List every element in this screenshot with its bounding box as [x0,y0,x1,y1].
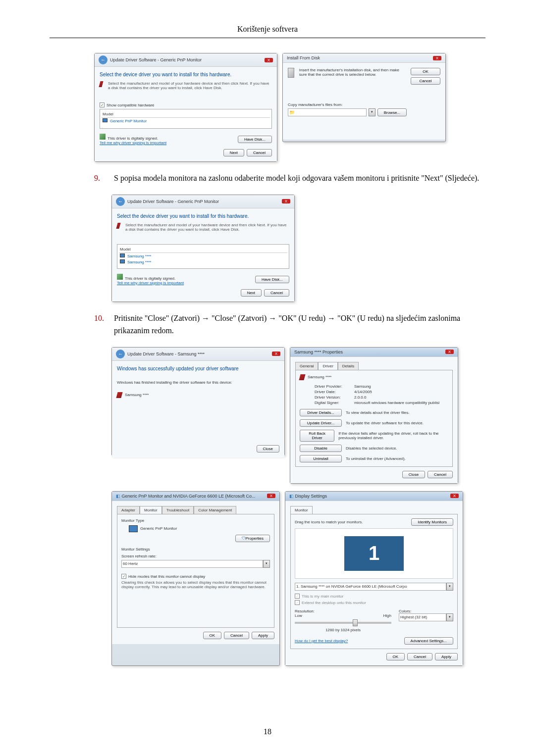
compatible-checkbox[interactable]: ✓Show compatible hardware [100,102,272,107]
samsung-properties-dialog: Samsung **** Properties X General Driver… [290,347,458,484]
monitor-icon [120,259,125,263]
tab-content: Drag the icons to match your monitors. I… [290,514,458,649]
cancel-button[interactable]: Cancel [247,149,272,156]
cancel-button[interactable]: Cancel [428,471,453,478]
screenshot-row-4: ◧ Generic PnP Monitor and NVIDIA GeForce… [111,491,485,666]
tab-general[interactable]: General [295,362,318,370]
path-input[interactable]: 📁 [288,108,367,116]
dropdown-arrow-icon[interactable]: ▾ [263,560,270,568]
dialog-body: Select the device driver you want to ins… [112,208,294,302]
resolution-slider[interactable] [295,622,391,624]
identify-monitors-button[interactable]: Identify Monitors [411,518,453,526]
screenshot-row-1: ←Update Driver Software - Generic PnP Mo… [94,53,485,162]
cancel-button[interactable]: Cancel [407,653,432,660]
tab-adapter[interactable]: Adapter [117,506,140,514]
button-row: Next Cancel [117,285,289,297]
close-icon[interactable]: X [445,350,454,354]
update-driver-button[interactable]: Update Driver... [300,419,342,427]
field-date: Driver Date:4/14/2005 [315,390,448,394]
arrow-left-icon: ← [99,55,107,64]
slider-thumb-icon[interactable] [353,619,358,626]
cancel-button[interactable]: Cancel [224,632,249,639]
have-disk-button[interactable]: Have Disk... [238,136,272,143]
cancel-button[interactable]: Cancel [411,77,440,85]
instruction: Select the manufacturer and model of you… [108,81,272,90]
dialog-heading: Select the device driver you want to ins… [100,72,272,77]
model-list[interactable]: Model Samsung **** Samsung **** [117,244,289,269]
extend-desktop-checkbox: ✓Extend the desktop onto this monitor [295,600,453,605]
titlebar: ◧ Generic PnP Monitor and NVIDIA GeForce… [112,492,279,501]
have-disk-button[interactable]: Have Disk... [255,276,289,283]
list-item[interactable]: Samsung **** [119,259,287,265]
advanced-settings-button[interactable]: Advanced Settings... [404,637,453,645]
tab-monitor[interactable]: Monitor [140,506,162,514]
instruction: Select the manufacturer and model of you… [125,223,289,232]
monitor-preview[interactable]: 1 [295,528,453,579]
model-list[interactable]: Model Generic PnP Monitor [100,109,272,129]
browse-button[interactable]: Browse... [377,108,407,116]
list-item[interactable]: Samsung **** [119,253,287,259]
ok-button[interactable]: OK [203,632,222,639]
update-driver-dialog-2: ←Update Driver Software - Generic PnP Mo… [111,195,295,302]
dialog-body: Insert the manufacturer's installation d… [283,63,445,140]
rollback-button[interactable]: Roll Back Driver [300,430,334,442]
disable-button[interactable]: Disable [300,445,342,452]
button-row: Close Cancel [295,467,453,478]
tab-monitor[interactable]: Monitor [290,506,313,514]
apply-button[interactable]: Apply [252,632,274,639]
monitor-type-label: Monitor Type [121,518,270,523]
close-button[interactable]: Close [257,445,279,453]
hide-modes-checkbox[interactable]: ✓Hide modes that this monitor cannot dis… [121,574,270,579]
back-button[interactable]: ←Update Driver Software - Samsung **** [116,350,205,358]
refresh-select[interactable]: 60 Hertz [121,560,263,568]
cancel-button[interactable]: Cancel [264,289,289,297]
dialog-body: Select the device driver you want to ins… [95,67,277,161]
close-icon[interactable]: X [450,494,459,498]
colors-select[interactable]: Highest (32 bit) [399,613,446,621]
back-button[interactable]: ←Update Driver Software - Generic PnP Mo… [99,55,202,64]
close-icon[interactable]: X [282,199,290,203]
next-button[interactable]: Next [241,289,262,297]
close-icon[interactable]: X [265,58,273,62]
update-driver-dialog-1: ←Update Driver Software - Generic PnP Mo… [94,53,277,162]
monitor-select[interactable]: 1. Samsung **** on NVIDIA GeForce 6600 L… [295,583,446,591]
step-text: Pritisnite "Close" (Zatvori) → "Close" (… [114,312,485,337]
titlebar: Install From Disk X [283,53,445,63]
close-icon[interactable]: X [272,352,280,356]
title: Samsung **** Properties [294,350,343,354]
dropdown-arrow-icon[interactable]: ▾ [446,583,453,591]
signing-link[interactable]: Tell me why driver signing is important [100,141,166,145]
monitor-name: Generic PnP Monitor [140,526,177,531]
close-button[interactable]: Close [402,471,425,478]
properties-button[interactable]: 🛡Properties [235,535,270,542]
field-signer: Digital Signer:microsoft windows hardwar… [315,401,448,405]
ok-button[interactable]: OK [386,653,405,660]
tab-color[interactable]: Color Management [194,506,236,514]
back-button[interactable]: ←Update Driver Software - Generic PnP Mo… [116,197,219,206]
dropdown-arrow-icon[interactable]: ▾ [369,108,375,116]
tab-driver[interactable]: Driver [318,362,337,370]
page-header: Korištenje softvera [50,25,485,38]
tab-details[interactable]: Details [338,362,359,370]
instruction: Insert the manufacturer's installation d… [299,68,407,78]
checkbox-icon: ✓ [295,600,300,605]
best-display-link[interactable]: How do I get the best display? [295,639,348,643]
tabs: Adapter Monitor Troubleshoot Color Manag… [117,506,274,514]
device-icon [116,392,122,398]
window-icon: ◧ [289,494,294,499]
signing-link[interactable]: Tell me why driver signing is important [117,281,184,285]
titlebar: ◧ Display Settings X [285,492,463,501]
driver-details-button[interactable]: Driver Details... [300,409,342,416]
list-item[interactable]: Generic PnP Monitor [102,118,270,124]
next-button[interactable]: Next [223,149,244,156]
column-header: Model [102,111,270,118]
uninstall-button[interactable]: Uninstall [300,455,342,462]
dropdown-arrow-icon[interactable]: ▾ [446,613,453,621]
close-icon[interactable]: X [433,56,441,60]
monitor-display-1[interactable]: 1 [344,536,404,571]
tab-troubleshoot[interactable]: Troubleshoot [162,506,194,514]
close-icon[interactable]: X [267,494,275,498]
ok-button[interactable]: OK [411,68,440,75]
apply-button[interactable]: Apply [435,653,458,660]
settings-label: Monitor Settings [121,547,270,552]
